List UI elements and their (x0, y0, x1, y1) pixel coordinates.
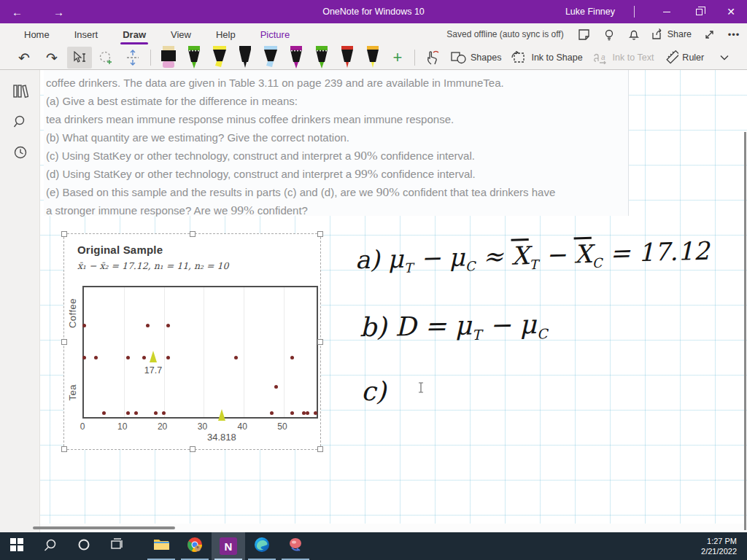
select-tool-button[interactable] (67, 47, 92, 69)
problem-text-line: (b) What quantity are we estimating? Giv… (46, 128, 628, 147)
fullscreen-icon[interactable] (702, 27, 716, 42)
taskbar-search-button[interactable] (34, 532, 67, 560)
horizontal-scrollbar-thumb[interactable] (33, 526, 175, 529)
ruler-label: Ruler (682, 52, 704, 63)
coffee-data-dot (142, 356, 146, 359)
close-button[interactable]: ✕ (715, 0, 747, 23)
lightbulb-icon[interactable] (602, 27, 616, 42)
share-button[interactable]: Share (651, 28, 692, 40)
ink-to-shape-button[interactable]: Ink to Shape (506, 51, 587, 64)
horizontal-scrollbar[interactable] (40, 524, 747, 532)
taskbar-onenote-button[interactable]: N (212, 532, 245, 560)
pencil-magenta-tool[interactable] (283, 45, 309, 69)
coffee-data-dot (82, 324, 86, 327)
insert-space-button[interactable] (120, 47, 146, 69)
selection-handle[interactable] (317, 446, 323, 452)
tab-insert[interactable]: Insert (62, 23, 111, 45)
tab-view[interactable]: View (158, 23, 204, 45)
media-app-icon (287, 537, 303, 556)
selection-handle[interactable] (61, 231, 67, 237)
tab-home[interactable]: Home (12, 23, 62, 45)
eraser-tool[interactable] (155, 45, 181, 69)
taskbar-cortana-button[interactable] (67, 532, 101, 560)
navigation-sidebar (0, 70, 40, 532)
problem-text-line: a stronger immune response? Are we 99% c… (46, 201, 628, 219)
minimize-icon (663, 12, 670, 12)
titlebar: ← → OneNote for Windows 10 Luke Finney ✕ (0, 0, 747, 23)
tab-help[interactable]: Help (204, 23, 248, 45)
signed-in-user[interactable]: Luke Finney (565, 7, 615, 17)
pencil-green-tool[interactable] (181, 45, 206, 69)
highlighter-yellow-tool[interactable] (206, 45, 232, 69)
share-icon (651, 28, 664, 40)
problem-text-line: tea drinkers mean immune response minus … (46, 110, 628, 128)
draw-with-touch-button[interactable] (419, 47, 446, 69)
taskbar-edge-button[interactable] (245, 532, 279, 560)
coffee-data-dot (290, 356, 294, 359)
task-view-icon (111, 538, 124, 554)
problem-text-block[interactable]: coffee drinkers. The data are given in T… (44, 70, 629, 216)
redo-button[interactable]: ↷ (38, 47, 66, 69)
text-cursor-ibeam (418, 382, 424, 396)
toolbar-expand-chevron[interactable] (712, 47, 737, 69)
tab-picture[interactable]: Picture (248, 23, 302, 45)
coffee-data-dot (94, 356, 98, 359)
selection-handle[interactable] (61, 446, 67, 452)
more-options-button[interactable]: ••• (727, 27, 741, 42)
bell-icon[interactable] (627, 27, 641, 42)
handwriting-line-b: b) D = μT − μC (360, 309, 548, 345)
minimize-button[interactable] (651, 0, 683, 23)
selection-handle[interactable] (61, 339, 67, 345)
selection-handle[interactable] (190, 231, 196, 237)
tea-data-dot (102, 411, 106, 415)
vertical-scrollbar-thumb[interactable] (744, 132, 746, 530)
search-icon (13, 114, 28, 129)
search-button[interactable] (0, 106, 40, 137)
tea-data-dot (126, 411, 130, 415)
selected-chart-image[interactable]: Original Sample x̄₁ − x̄₂ = 17.12, n₁ = … (63, 233, 321, 450)
tea-data-dot (274, 385, 278, 389)
svg-text:a: a (601, 53, 605, 61)
taskbar-chrome-button[interactable] (178, 532, 212, 560)
highlighter-blue-tool[interactable] (258, 45, 283, 69)
tea-data-dot (302, 411, 306, 415)
ink-to-text-icon: a (593, 51, 609, 64)
share-label: Share (667, 29, 692, 39)
pen-tray (155, 45, 385, 70)
taskbar-media-app-button[interactable] (279, 532, 312, 560)
taskbar-clock[interactable]: 1:27 PM 2/21/2022 (701, 532, 737, 560)
selection-handle[interactable] (317, 231, 323, 237)
page-canvas[interactable]: coffee drinkers. The data are given in T… (40, 70, 747, 532)
ink-to-text-button: a Ink to Text (588, 51, 659, 64)
lasso-select-button[interactable] (93, 47, 120, 69)
coffee-data-dot (234, 356, 238, 359)
shapes-button[interactable]: Shapes (446, 51, 506, 64)
tea-mean-label: 34.818 (200, 432, 244, 443)
restore-button[interactable] (683, 0, 715, 23)
ruler-button[interactable]: Ruler (659, 50, 709, 65)
taskbar-task-view-button[interactable] (101, 532, 134, 560)
coffee-data-dot (166, 356, 170, 359)
onenote-window: ← → OneNote for Windows 10 Luke Finney ✕… (0, 0, 747, 560)
add-pen-button[interactable]: + (385, 47, 410, 69)
y-label-tea: Tea (67, 384, 78, 400)
pen-red-tool[interactable] (334, 45, 360, 69)
pen-black-tool[interactable] (232, 45, 258, 69)
selection-handle[interactable] (317, 339, 323, 345)
pen-gold-tool[interactable] (360, 45, 385, 69)
plot-gridline (244, 287, 244, 417)
taskbar-start-button[interactable] (0, 532, 34, 560)
undo-button[interactable]: ↶ (10, 47, 38, 69)
taskbar-file-explorer-button[interactable] (144, 532, 178, 560)
notebooks-button[interactable] (0, 76, 40, 106)
recent-notes-button[interactable] (0, 137, 40, 168)
toolbar-divider (150, 50, 151, 66)
selection-handle[interactable] (190, 446, 196, 452)
coffee-data-dot (146, 324, 150, 327)
sticky-note-icon[interactable] (577, 27, 592, 42)
search-icon (44, 538, 57, 554)
pencil-green-2-tool[interactable] (309, 45, 334, 69)
tab-draw[interactable]: Draw (110, 23, 158, 45)
coffee-mean-marker (150, 351, 157, 362)
file-explorer-icon (153, 538, 169, 554)
